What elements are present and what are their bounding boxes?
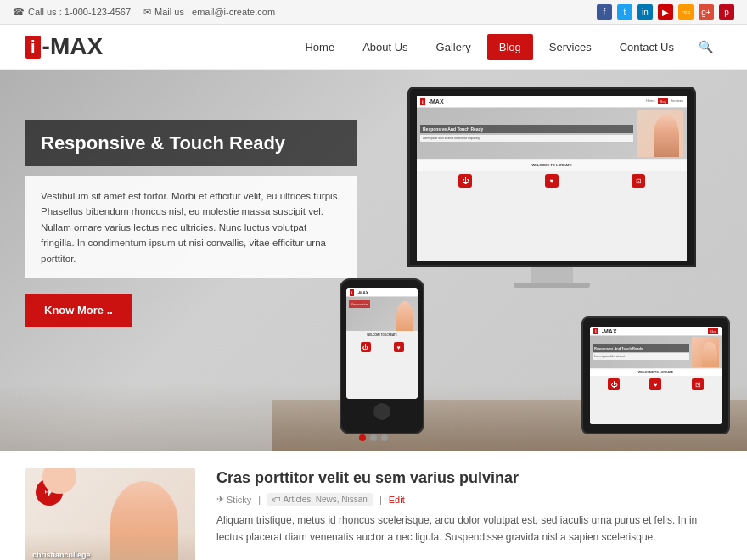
phone-icon: ☎ [13, 7, 25, 18]
tablet-nav-active: Blog [708, 328, 718, 334]
know-more-button[interactable]: Know More .. [25, 294, 132, 327]
meta-separator-1: | [258, 495, 261, 505]
hero-desc-box: Vestibulum sit amet est tortor. Morbi et… [25, 176, 357, 278]
tablet-hero-desc: Lorem ipsum dolor sit amet [593, 353, 689, 360]
mini-logo-text: -MAX [429, 98, 444, 104]
mini-icon-heart: ♥ [545, 174, 559, 188]
tablet-hero-title: Responsive And Touch Ready [593, 344, 689, 352]
tablet-icon-3: ⊡ [692, 378, 704, 390]
mini-hero-desc: Lorem ipsum dolor sit amet consectetur a… [420, 135, 633, 142]
meta-separator-2: | [379, 495, 382, 505]
phone-label: Call us : 1-000-123-4567 [28, 7, 131, 17]
tablet-welcome: WELCOME TO I-CREATE [590, 368, 722, 376]
phone-girl [396, 301, 413, 331]
tag-icon: 🏷 [272, 495, 281, 504]
hero-content: Responsive & Touch Ready Vestibulum sit … [25, 120, 357, 327]
image-caption: christiancollege [32, 551, 91, 559]
mini-icon-grid: ⊡ [632, 174, 645, 188]
blog-post-image: ✈ christiancollege [25, 468, 195, 560]
dot-1[interactable] [359, 434, 366, 441]
site-logo[interactable]: i -MAX [25, 33, 103, 60]
phone-welcome: WELCOME TO I-CREATE [346, 331, 418, 339]
hero-title-box: Responsive & Touch Ready [25, 120, 357, 166]
tablet-mini-site: i -MAX Blog Responsive And Touch Ready L… [590, 327, 722, 424]
mini-girl-decoration [654, 115, 679, 157]
hero-section: Responsive & Touch Ready Vestibulum sit … [0, 70, 747, 451]
phone-info: ☎ Call us : 1-000-123-4567 [13, 7, 131, 18]
nav-about[interactable]: About Us [351, 34, 419, 60]
sticky-label-text: Sticky [227, 495, 251, 505]
mail-label: Mail us : email@i-create.com [154, 7, 275, 17]
rss-icon[interactable]: rss [678, 4, 694, 20]
facebook-icon[interactable]: f [597, 4, 612, 20]
sticky-indicator: ✈ Sticky [216, 494, 251, 505]
tablet-body: i -MAX Blog Responsive And Touch Ready L… [581, 316, 730, 434]
sticky-icon: ✈ [216, 494, 224, 505]
hero-description: Vestibulum sit amet est tortor. Morbi et… [41, 188, 341, 266]
google-plus-icon[interactable]: g+ [699, 4, 714, 20]
social-icons: f t in ▶ rss g+ p [597, 4, 734, 20]
blog-post-title: Cras porttitor velit eu sem varius pulvi… [216, 468, 722, 488]
phone-screen: i -MAX Responsive WELCOME TO I-CREATE ⏻ … [346, 288, 418, 399]
edit-link[interactable]: Edit [389, 495, 405, 505]
post-tags: 🏷 Articles, News, Nissan [267, 493, 373, 506]
nav-home[interactable]: Home [293, 34, 346, 60]
carousel-dots [359, 434, 388, 441]
linkedin-icon[interactable]: in [637, 4, 653, 20]
phone-mini-max: -MAX [357, 290, 368, 295]
mini-welcome-text: WELCOME TO I-CREATE [417, 159, 687, 171]
top-bar: ☎ Call us : 1-000-123-4567 ✉ Mail us : e… [0, 0, 747, 25]
tablet-girl [702, 342, 717, 367]
tablet-mini-logo-text: -MAX [602, 328, 617, 334]
mini-logo-i: i [420, 98, 425, 105]
monitor-base [514, 283, 590, 288]
monitor-device: i -MAX Home Blog Services Responsive And… [407, 87, 696, 288]
mini-hero-title: Responsive And Touch Ready [420, 125, 633, 133]
tablet-mini-hero: Responsive And Touch Ready Lorem ipsum d… [590, 336, 722, 368]
nav-services[interactable]: Services [537, 34, 604, 60]
blog-post-content: Cras porttitor velit eu sem varius pulvi… [216, 468, 722, 560]
mini-nav-services: Services [671, 98, 683, 104]
main-nav: Home About Us Gallery Blog Services Cont… [293, 33, 722, 60]
tablet-mini-logo-i: i [593, 328, 598, 334]
mini-nav-home: Home [646, 98, 655, 104]
nav-contact[interactable]: Contact Us [608, 34, 686, 60]
nav-gallery[interactable]: Gallery [424, 34, 483, 60]
nav-blog[interactable]: Blog [487, 34, 533, 60]
pinterest-icon[interactable]: p [719, 4, 734, 20]
search-icon[interactable]: 🔍 [690, 33, 722, 60]
mail-icon: ✉ [143, 7, 151, 18]
mini-icons-row: ⏻ ♥ ⊡ [417, 171, 687, 191]
mini-icon-power: ⏻ [458, 174, 472, 188]
monitor-display: i -MAX Home Blog Services Responsive And… [417, 96, 687, 261]
mail-info: ✉ Mail us : email@i-create.com [143, 7, 275, 18]
mini-website: i -MAX Home Blog Services Responsive And… [417, 96, 687, 261]
phone-home-button[interactable] [374, 403, 390, 420]
mini-nav-blog: Blog [658, 98, 668, 104]
dot-3[interactable] [381, 434, 388, 441]
blog-post-description: Aliquam tristique, metus id rhoncus scel… [216, 512, 722, 545]
blog-post-meta: ✈ Sticky | 🏷 Articles, News, Nissan | Ed… [216, 493, 722, 506]
site-header: i -MAX Home About Us Gallery Blog Servic… [0, 25, 747, 70]
phone-icon-2: ♥ [394, 342, 404, 352]
logo-max-text: -MAX [42, 33, 104, 60]
phone-icon-1: ⏻ [361, 342, 371, 352]
phone-mini-hero: Responsive [346, 297, 418, 331]
tablet-device: i -MAX Blog Responsive And Touch Ready L… [581, 316, 730, 434]
tablet-hero-text: Responsive And Touch Ready Lorem ipsum d… [593, 344, 689, 360]
monitor-stand [531, 267, 573, 283]
youtube-icon[interactable]: ▶ [658, 4, 673, 20]
tablet-icon-1: ⏻ [608, 378, 620, 390]
twitter-icon[interactable]: t [617, 4, 632, 20]
logo-i-letter: i [25, 36, 41, 59]
hero-title: Responsive & Touch Ready [41, 132, 341, 154]
phone-mini-site: i -MAX Responsive WELCOME TO I-CREATE ⏻ … [346, 288, 418, 399]
mini-hero-image [637, 110, 683, 157]
tablet-icon-2: ♥ [649, 378, 661, 390]
tablet-screen: i -MAX Blog Responsive And Touch Ready L… [590, 327, 722, 424]
blog-section: ✈ christiancollege Cras porttitor velit … [0, 451, 747, 560]
monitor-screen: i -MAX Home Blog Services Responsive And… [407, 87, 696, 267]
phone-icons: ⏻ ♥ [346, 339, 418, 355]
tablet-hero-img [692, 337, 719, 367]
dot-2[interactable] [370, 434, 377, 441]
